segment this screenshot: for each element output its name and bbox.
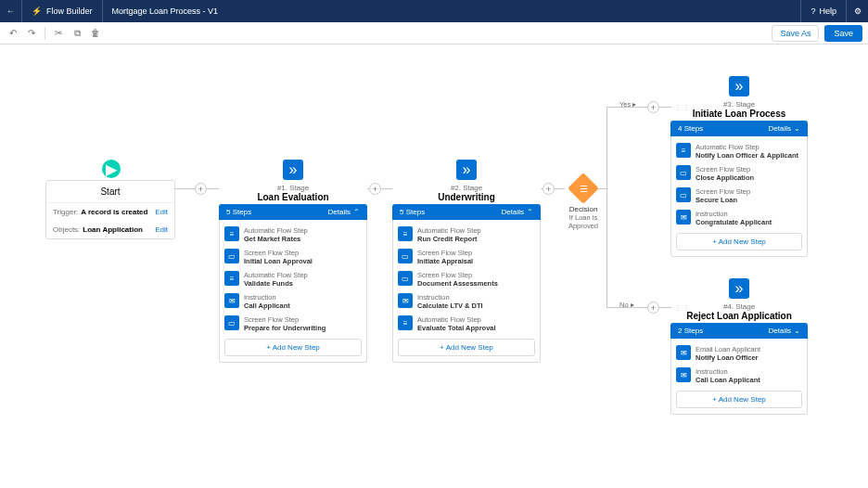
step-icon: ▭ xyxy=(676,165,691,180)
details-toggle[interactable]: Details ⌃ xyxy=(502,208,533,216)
stage-number: #2. Stage xyxy=(392,184,541,192)
step-item[interactable]: ▭Screen Flow StepPrepare for Underwritin… xyxy=(224,313,362,335)
stage-loan-evaluation[interactable]: » #1. Stage Loan Evaluation 5 Steps Deta… xyxy=(219,160,367,363)
back-button[interactable]: ← xyxy=(0,0,22,22)
stage-number: #4. Stage xyxy=(670,302,808,311)
edit-trigger-link[interactable]: Edit xyxy=(155,208,168,216)
add-node-button[interactable]: + xyxy=(542,183,555,195)
step-icon: ✉ xyxy=(676,367,691,382)
stage-number: #3. Stage xyxy=(670,100,808,109)
step-item[interactable]: ▭Screen Flow StepInitial Loan Approval xyxy=(224,246,362,268)
start-node[interactable]: Start Trigger: A record is created Edit … xyxy=(45,180,175,239)
step-item[interactable]: ✉Email Loan ApplicantNotify Loan Officer xyxy=(676,342,802,365)
add-step-button[interactable]: + Add New Step xyxy=(398,339,535,356)
add-node-button[interactable]: + xyxy=(647,302,659,314)
start-play-icon: ▶ xyxy=(102,160,121,178)
step-item[interactable]: ≡Automatic Flow StepNotify Loan Officer … xyxy=(676,140,802,162)
steps-header[interactable]: 2 Steps Details ⌄ xyxy=(670,323,808,339)
stage-reject-loan[interactable]: » #4. Stage Reject Loan Application 2 St… xyxy=(670,278,808,415)
redo-button[interactable]: ↷ xyxy=(24,26,39,41)
steps-header[interactable]: 5 Steps Details ⌃ xyxy=(219,204,367,220)
details-toggle[interactable]: Details ⌄ xyxy=(769,124,800,133)
branch-yes-label: Yes ▸ xyxy=(619,100,636,109)
add-step-button[interactable]: + Add New Step xyxy=(224,339,362,356)
step-icon: ✉ xyxy=(676,345,691,360)
stage-underwriting[interactable]: » #2. Stage Underwriting 5 Steps Details… xyxy=(392,160,541,363)
step-item[interactable]: ▭Screen Flow StepInitiate Appraisal xyxy=(398,246,535,268)
trigger-value: A record is created xyxy=(81,208,155,216)
start-title: Start xyxy=(46,181,174,203)
stage-title: Reject Loan Application xyxy=(670,311,808,321)
stage-icon: » xyxy=(283,160,303,180)
stage-icon: » xyxy=(456,160,477,180)
step-icon: ≡ xyxy=(398,226,413,241)
cut-icon: ✂ xyxy=(55,28,62,38)
chevron-up-icon: ⌃ xyxy=(353,208,360,216)
steps-header[interactable]: 4 Steps Details ⌄ xyxy=(670,121,808,136)
trigger-label: Trigger: xyxy=(53,208,78,216)
add-step-button[interactable]: + Add New Step xyxy=(676,391,802,408)
stage-title: Underwriting xyxy=(392,192,541,202)
step-icon: ≡ xyxy=(224,226,239,241)
step-item[interactable]: ≡Automatic Flow StepRun Credit Report xyxy=(398,224,535,246)
step-item[interactable]: ≡Automatic Flow StepEvaluate Total Appro… xyxy=(398,313,535,335)
steps-header[interactable]: 5 Steps Details ⌃ xyxy=(392,204,541,220)
step-item[interactable]: ≡Automatic Flow StepGet Market Rates xyxy=(224,224,362,246)
app-name: Flow Builder xyxy=(46,6,93,16)
redo-icon: ↷ xyxy=(28,28,35,38)
decision-node[interactable]: ☰ Decision If Loan is Approved xyxy=(557,177,609,230)
delete-button[interactable]: 🗑 xyxy=(88,26,103,41)
flow-canvas[interactable]: ▶ Start Trigger: A record is created Edi… xyxy=(0,45,868,488)
step-item[interactable]: ✉InstructionCalculate LTV & DTI xyxy=(398,290,535,313)
step-icon: ▭ xyxy=(676,187,691,202)
add-node-button[interactable]: + xyxy=(647,101,659,113)
step-item[interactable]: ✉InstructionCall Loan Applicant xyxy=(676,365,802,387)
undo-button[interactable]: ↶ xyxy=(6,26,20,41)
settings-button[interactable]: ⚙ xyxy=(846,0,868,22)
save-as-button[interactable]: Save As xyxy=(772,25,819,42)
stage-title: Loan Evaluation xyxy=(219,192,367,202)
copy-icon: ⧉ xyxy=(74,28,81,39)
stage-body: ✉Email Loan ApplicantNotify Loan Officer… xyxy=(670,339,808,415)
stage-body: ≡Automatic Flow StepGet Market Rates ▭Sc… xyxy=(219,220,367,363)
copy-button[interactable]: ⧉ xyxy=(70,26,84,41)
objects-label: Objects: xyxy=(53,225,80,234)
step-count: 2 Steps xyxy=(678,327,769,335)
step-icon: ▭ xyxy=(398,249,413,263)
app-title-section: ⚡ Flow Builder xyxy=(22,0,103,22)
flow-name: Mortgage Loan Process - V1 xyxy=(103,6,228,16)
step-icon: ✉ xyxy=(224,293,239,308)
app-header: ← ⚡ Flow Builder Mortgage Loan Process -… xyxy=(0,0,868,22)
stage-initiate-loan[interactable]: » #3. Stage Initiate Loan Process 4 Step… xyxy=(670,76,808,257)
start-trigger-row: Trigger: A record is created Edit xyxy=(46,203,174,221)
details-toggle[interactable]: Details ⌄ xyxy=(769,327,800,335)
step-icon: ✉ xyxy=(398,293,413,308)
connector-line xyxy=(606,307,671,308)
add-node-button[interactable]: + xyxy=(369,183,381,195)
step-item[interactable]: ✉InstructionCongratulate Applicant xyxy=(676,207,802,229)
step-item[interactable]: ▭Screen Flow StepDocument Assessments xyxy=(398,268,535,290)
chevron-down-icon: ⌄ xyxy=(794,124,800,133)
gear-icon: ⚙ xyxy=(854,6,862,16)
stage-icon: » xyxy=(729,76,749,96)
add-node-button[interactable]: + xyxy=(195,183,207,195)
help-label: Help xyxy=(819,6,836,16)
add-step-button[interactable]: + Add New Step xyxy=(676,233,802,250)
step-count: 5 Steps xyxy=(400,208,502,216)
step-icon: ▭ xyxy=(224,249,239,263)
stage-body: ≡Automatic Flow StepNotify Loan Officer … xyxy=(670,136,808,257)
step-item[interactable]: ▭Screen Flow StepSecure Loan xyxy=(676,185,802,207)
details-toggle[interactable]: Details ⌃ xyxy=(328,208,360,216)
help-button[interactable]: ? Help xyxy=(800,0,846,22)
step-item[interactable]: ▭Screen Flow StepClose Application xyxy=(676,162,802,185)
step-item[interactable]: ✉InstructionCall Applicant xyxy=(224,290,362,313)
stage-body: ≡Automatic Flow StepRun Credit Report ▭S… xyxy=(392,220,541,363)
step-item[interactable]: ≡Automatic Flow StepValidate Funds xyxy=(224,268,362,290)
edit-objects-link[interactable]: Edit xyxy=(155,225,168,234)
cut-button[interactable]: ✂ xyxy=(51,26,66,41)
chevron-down-icon: ⌄ xyxy=(794,327,800,335)
save-button[interactable]: Save xyxy=(824,25,862,42)
decision-label: Decision xyxy=(557,205,609,213)
step-icon: ✉ xyxy=(676,210,691,225)
back-icon: ← xyxy=(6,6,15,16)
